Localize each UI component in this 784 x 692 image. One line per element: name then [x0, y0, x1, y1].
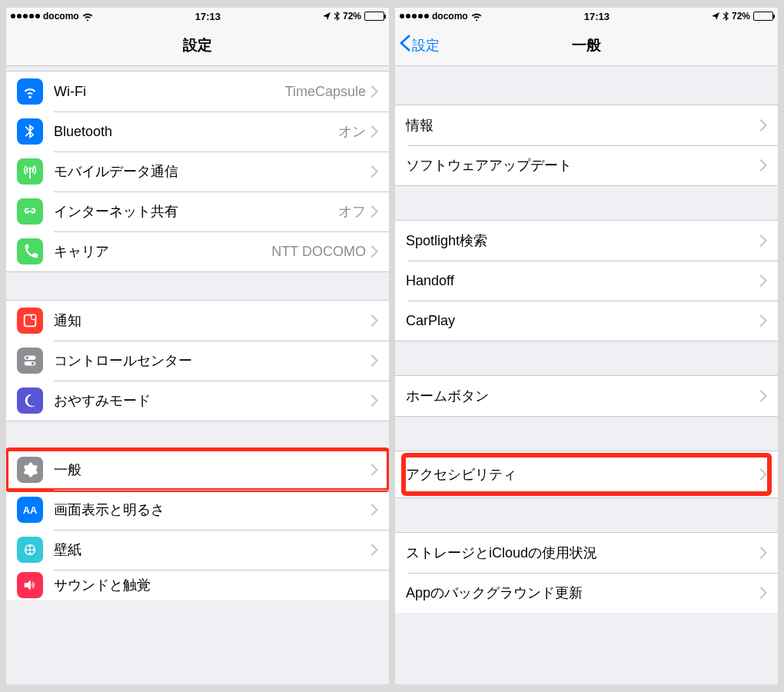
row-carplay[interactable]: CarPlay	[395, 301, 778, 341]
row-about[interactable]: 情報	[395, 105, 778, 145]
row-label: インターネット共有	[54, 202, 178, 221]
svg-point-11	[26, 549, 28, 551]
sounds-icon	[17, 572, 43, 598]
row-accessibility[interactable]: アクセシビリティ	[395, 451, 778, 497]
settings-root-screen: docomo 17:13 72% 設定 Wi-Fi TimeCapsule	[6, 8, 389, 684]
settings-general-screen: docomo 17:13 72% 設定 一般 情報	[395, 8, 778, 684]
row-home-button[interactable]: ホームボタン	[395, 376, 778, 416]
navbar: 設定	[6, 25, 389, 66]
svg-point-1	[31, 314, 35, 319]
row-label: ソフトウェアアップデート	[406, 156, 572, 175]
row-control-center[interactable]: コントロールセンター	[6, 341, 389, 381]
chevron-right-icon	[759, 274, 767, 287]
status-bar: docomo 17:13 72%	[6, 8, 389, 25]
chevron-right-icon	[759, 314, 767, 327]
row-software-update[interactable]: ソフトウェアアップデート	[395, 145, 778, 185]
row-value: NTT DOCOMO	[271, 244, 366, 260]
svg-point-8	[28, 548, 32, 551]
row-background-refresh[interactable]: Appのバックグラウンド更新	[395, 573, 778, 613]
phone-icon	[17, 238, 43, 264]
row-label: ホームボタン	[406, 387, 489, 405]
bluetooth-icon	[334, 12, 340, 21]
row-label: おやすみモード	[54, 391, 151, 410]
chevron-right-icon	[370, 125, 378, 138]
moon-icon	[17, 388, 43, 414]
bluetooth-icon	[17, 118, 43, 145]
svg-point-12	[33, 549, 35, 551]
row-hotspot[interactable]: インターネット共有 オフ	[6, 191, 389, 231]
chevron-right-icon	[759, 390, 767, 402]
notifications-icon	[17, 308, 43, 334]
row-carrier[interactable]: キャリア NTT DOCOMO	[6, 231, 389, 271]
svg-point-5	[32, 362, 35, 365]
hotspot-icon	[17, 198, 43, 225]
row-sounds[interactable]: サウンドと触覚	[6, 570, 389, 601]
gear-icon	[17, 457, 43, 483]
chevron-right-icon	[370, 314, 378, 327]
navbar: 設定 一般	[395, 25, 778, 66]
row-do-not-disturb[interactable]: おやすみモード	[6, 381, 389, 421]
wifi-icon	[82, 12, 93, 21]
chevron-right-icon	[370, 394, 378, 407]
control-center-icon	[17, 348, 43, 374]
chevron-right-icon	[759, 159, 767, 171]
row-label: 情報	[406, 116, 434, 135]
wallpaper-icon	[17, 537, 43, 563]
clock: 17:13	[485, 11, 709, 22]
row-value: オン	[338, 122, 366, 141]
row-value: オフ	[338, 202, 366, 221]
chevron-right-icon	[759, 235, 767, 247]
row-label: Bluetooth	[54, 124, 112, 140]
row-value: TimeCapsule	[285, 84, 366, 100]
svg-text:AA: AA	[23, 504, 38, 516]
chevron-right-icon	[370, 504, 378, 516]
row-label: CarPlay	[406, 313, 455, 329]
row-spotlight[interactable]: Spotlight検索	[395, 221, 778, 261]
row-wifi[interactable]: Wi-Fi TimeCapsule	[6, 72, 389, 111]
row-label: 通知	[54, 311, 81, 330]
clock: 17:13	[96, 11, 320, 22]
svg-point-10	[29, 553, 31, 554]
row-label: Wi-Fi	[54, 84, 86, 100]
battery-percent: 72%	[732, 11, 750, 22]
battery-percent: 72%	[343, 11, 361, 22]
signal-strength-icon	[11, 14, 40, 18]
svg-point-9	[29, 546, 31, 547]
row-bluetooth[interactable]: Bluetooth オン	[6, 111, 389, 151]
row-label: キャリア	[54, 242, 109, 261]
row-label: Appのバックグラウンド更新	[406, 584, 583, 602]
chevron-right-icon	[759, 587, 767, 599]
row-label: 壁紙	[54, 541, 81, 559]
row-storage[interactable]: ストレージとiCloudの使用状況	[395, 533, 778, 573]
wifi-icon	[17, 78, 43, 105]
row-notifications[interactable]: 通知	[6, 301, 389, 341]
row-label: アクセシビリティ	[406, 465, 517, 484]
chevron-right-icon	[370, 544, 378, 556]
row-cellular[interactable]: モバイルデータ通信	[6, 151, 389, 191]
row-label: Spotlight検索	[406, 231, 487, 250]
chevron-right-icon	[370, 205, 378, 218]
row-label: サウンドと触覚	[54, 576, 151, 594]
display-icon: AA	[17, 497, 43, 523]
row-label: ストレージとiCloudの使用状況	[406, 544, 597, 562]
row-wallpaper[interactable]: 壁紙	[6, 530, 389, 570]
row-handoff[interactable]: Handoff	[395, 261, 778, 301]
row-display[interactable]: AA 画面表示と明るさ	[6, 490, 389, 530]
row-label: 画面表示と明るさ	[54, 501, 164, 519]
row-label: 一般	[54, 461, 81, 479]
location-icon	[323, 12, 331, 20]
chevron-right-icon	[759, 468, 767, 481]
wifi-icon	[471, 12, 482, 21]
chevron-right-icon	[370, 165, 378, 178]
carrier-label: docomo	[432, 11, 468, 22]
signal-strength-icon	[400, 14, 429, 18]
battery-icon	[364, 12, 384, 21]
chevron-right-icon	[370, 85, 378, 98]
row-label: コントロールセンター	[54, 351, 192, 370]
battery-icon	[753, 12, 773, 21]
row-general[interactable]: 一般	[6, 450, 389, 490]
location-icon	[712, 12, 719, 20]
carrier-label: docomo	[43, 11, 79, 22]
svg-point-3	[26, 357, 29, 360]
page-title: 一般	[395, 35, 778, 55]
